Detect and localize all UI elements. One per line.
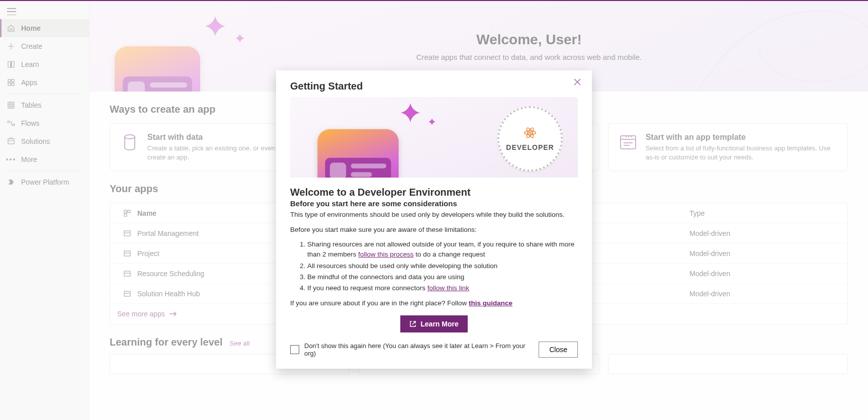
modal-limitations-list: Sharing resources are not allowed outsid… <box>290 239 578 293</box>
list-item: Sharing resources are not allowed outsid… <box>307 239 578 260</box>
modal-before: Before you start make sure you are aware… <box>290 225 578 235</box>
developer-badge: DEVELOPER <box>497 106 563 172</box>
close-icon[interactable] <box>574 78 584 89</box>
dont-show-again-row[interactable]: Don't show this again here (You can alwa… <box>290 342 532 357</box>
modal-intro: This type of environments should be used… <box>290 210 578 220</box>
close-button[interactable]: Close <box>539 342 578 358</box>
list-item: All resources should be used only while … <box>307 261 578 271</box>
modal-unsure-line: If you are unsure about if you are in th… <box>290 298 578 308</box>
svg-point-20 <box>529 132 531 134</box>
guidance-link[interactable]: this guidance <box>469 299 512 307</box>
external-link-icon <box>409 320 416 327</box>
modal-hero-graphic: DEVELOPER <box>290 97 578 178</box>
dev-badge-label: DEVELOPER <box>506 143 554 151</box>
follow-process-link[interactable]: follow this process <box>358 250 413 258</box>
dont-show-label: Don't show this again here (You can alwa… <box>304 342 532 357</box>
modal-overlay: Getting Started <box>0 1 868 420</box>
learn-more-button[interactable]: Learn More <box>400 315 467 332</box>
list-item: Be mindful of the connectors and data yo… <box>307 272 578 282</box>
follow-link-link[interactable]: follow this link <box>427 284 469 292</box>
getting-started-modal: Getting Started <box>276 70 592 369</box>
modal-subheading: Before you start here are some considera… <box>290 199 578 208</box>
learn-more-label: Learn More <box>420 320 458 328</box>
list-item: If you need to request more connectors f… <box>307 283 578 293</box>
modal-heading: Welcome to a Developer Environment <box>290 187 578 198</box>
modal-title: Getting Started <box>290 80 578 92</box>
checkbox[interactable] <box>290 345 299 354</box>
